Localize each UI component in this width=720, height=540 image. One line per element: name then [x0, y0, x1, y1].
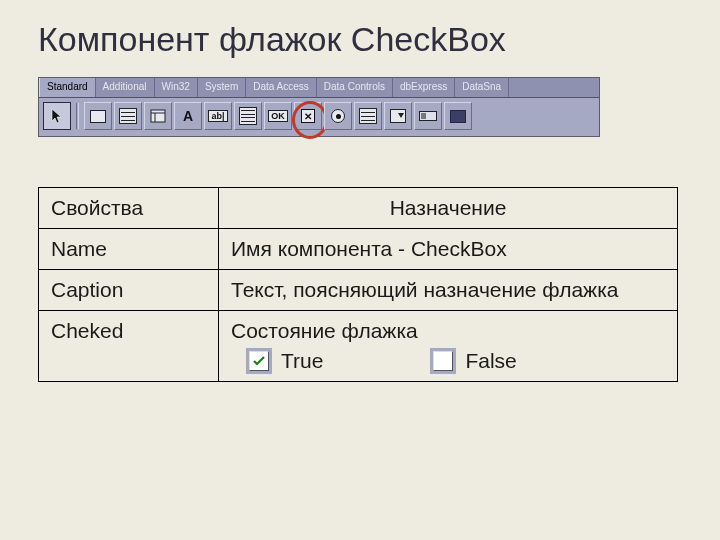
popupmenu-icon[interactable]	[114, 102, 142, 130]
mainmenu-icon[interactable]	[84, 102, 112, 130]
prop-caption: Caption	[39, 270, 219, 311]
checkbox-checked-icon	[249, 351, 269, 371]
tab-standard[interactable]: Standard	[39, 78, 96, 98]
tab-additional[interactable]: Additional	[96, 78, 155, 97]
scrollbar-icon[interactable]	[414, 102, 442, 130]
tab-datasnap[interactable]: DataSna	[455, 78, 509, 97]
table-row: Name Имя компонента - CheckBox	[39, 229, 678, 270]
prop-checked-desc: Состояние флажка True False	[219, 311, 678, 382]
table-row: Caption Текст, поясняющий назначение фла…	[39, 270, 678, 311]
example-true-label: True	[281, 349, 323, 373]
checkbox-icon[interactable]: ✕	[294, 102, 322, 130]
tab-dataaccess[interactable]: Data Access	[246, 78, 317, 97]
table-header-row: Свойства Назначение	[39, 188, 678, 229]
tab-system[interactable]: System	[198, 78, 246, 97]
header-description: Назначение	[219, 188, 678, 229]
checked-examples: True False	[249, 349, 665, 373]
listbox-icon[interactable]	[354, 102, 382, 130]
button-icon[interactable]: OK	[264, 102, 292, 130]
example-true: True	[249, 349, 323, 373]
palette-toolrow: A ab| OK ✕	[39, 98, 599, 136]
tab-win32[interactable]: Win32	[155, 78, 198, 97]
prop-checked: Cheked	[39, 311, 219, 382]
palette-tabstrip: Standard Additional Win32 System Data Ac…	[39, 78, 599, 98]
prop-name-desc: Имя компонента - CheckBox	[219, 229, 678, 270]
prop-caption-desc: Текст, поясняющий назначение флажка	[219, 270, 678, 311]
page-title: Компонент флажок CheckBox	[38, 20, 682, 59]
pointer-icon[interactable]	[43, 102, 71, 130]
combobox-icon[interactable]	[384, 102, 412, 130]
tab-datacontrols[interactable]: Data Controls	[317, 78, 393, 97]
memo-icon[interactable]	[234, 102, 262, 130]
prop-name: Name	[39, 229, 219, 270]
groupbox-icon[interactable]	[444, 102, 472, 130]
edit-icon[interactable]: ab|	[204, 102, 232, 130]
example-false-label: False	[465, 349, 516, 373]
header-property: Свойства	[39, 188, 219, 229]
radiobutton-icon[interactable]	[324, 102, 352, 130]
example-false: False	[433, 349, 516, 373]
label-icon[interactable]: A	[174, 102, 202, 130]
checkbox-unchecked-icon	[433, 351, 453, 371]
svg-rect-0	[151, 110, 165, 122]
tab-dbexpress[interactable]: dbExpress	[393, 78, 455, 97]
separator-icon	[76, 103, 79, 129]
frames-icon[interactable]	[144, 102, 172, 130]
checked-desc-text: Состояние флажка	[231, 319, 418, 342]
table-row: Cheked Состояние флажка True False	[39, 311, 678, 382]
properties-table: Свойства Назначение Name Имя компонента …	[38, 187, 678, 382]
component-palette: Standard Additional Win32 System Data Ac…	[38, 77, 600, 137]
